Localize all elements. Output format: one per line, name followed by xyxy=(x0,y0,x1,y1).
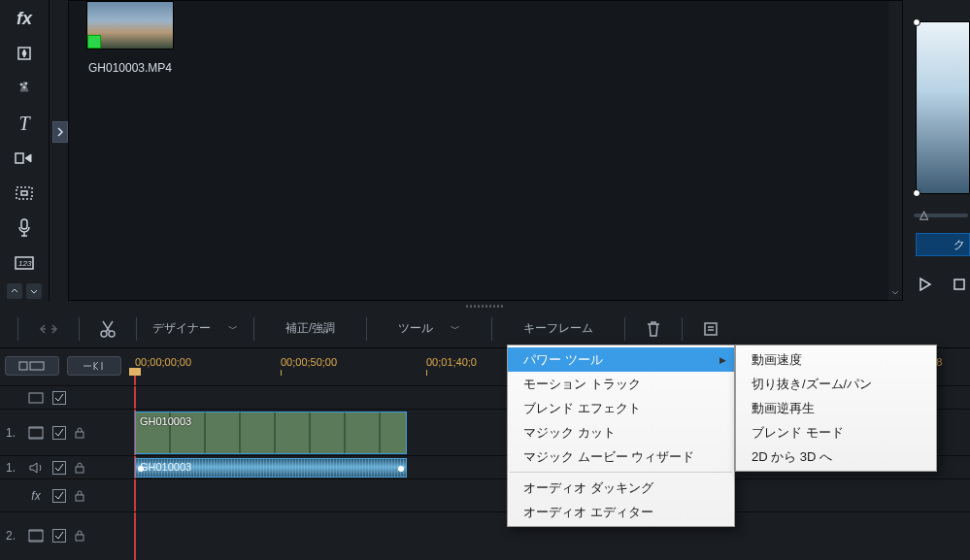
svg-rect-16 xyxy=(29,393,43,403)
trim-horizontal-icon[interactable] xyxy=(28,315,69,343)
track-number: 2. xyxy=(6,529,19,543)
clip-used-badge-icon xyxy=(87,35,101,49)
media-scrollbar[interactable] xyxy=(888,1,902,300)
chevron-down-icon: ﹀ xyxy=(451,322,460,336)
menu-item-motion-track[interactable]: モーション トラック xyxy=(508,372,734,396)
resize-handle-icon[interactable] xyxy=(913,189,920,197)
slider-knob-icon[interactable]: △ xyxy=(917,208,930,221)
svg-rect-20 xyxy=(76,495,84,501)
fx-track-head: fx xyxy=(0,478,131,511)
video-clip-label: GH010003 xyxy=(140,415,191,427)
particle-tool-icon[interactable] xyxy=(7,72,42,105)
menu-item-2d-to-3d[interactable]: 2D から 3D へ xyxy=(736,445,936,469)
track-options-head xyxy=(0,385,131,409)
video-track-icon[interactable] xyxy=(27,527,45,544)
media-library-panel: GH010003.MP4 xyxy=(68,0,903,301)
clip-handle-icon[interactable] xyxy=(138,466,144,472)
tools-dropdown[interactable]: ツール ﹀ xyxy=(377,320,482,337)
more-options-icon[interactable] xyxy=(692,315,729,343)
chapter-tool-icon[interactable]: 123 xyxy=(7,247,42,280)
svg-rect-19 xyxy=(76,467,84,473)
svg-point-3 xyxy=(23,86,25,88)
audio-track-icon[interactable] xyxy=(27,459,45,477)
svg-rect-17 xyxy=(29,428,43,438)
timeline-snap-button[interactable] xyxy=(67,356,121,376)
media-clip-thumbnail xyxy=(86,1,174,49)
fx-track-icon[interactable]: fx xyxy=(27,487,45,505)
track-lock-icon[interactable] xyxy=(74,426,87,440)
preview-controls: △ ク xyxy=(912,204,970,301)
stop-button-icon[interactable] xyxy=(949,274,970,295)
track-lock-icon[interactable] xyxy=(74,461,87,475)
power-tool-submenu: 動画速度 切り抜き/ズーム/パン 動画逆再生 ブレンド モード 2D から 3D… xyxy=(735,345,937,472)
play-button-icon[interactable] xyxy=(914,274,935,295)
menu-item-blend-mode[interactable]: ブレンド モード xyxy=(736,420,936,445)
track-enable-checkbox[interactable] xyxy=(52,461,66,475)
svg-rect-4 xyxy=(16,153,23,163)
audio-clip[interactable]: GH010003 xyxy=(135,458,407,478)
text-tool-icon[interactable]: T xyxy=(7,107,42,140)
svg-rect-5 xyxy=(17,187,32,199)
scroll-down-icon[interactable] xyxy=(890,288,900,298)
menu-item-reverse[interactable]: 動画逆再生 xyxy=(736,396,936,420)
track-enable-checkbox[interactable] xyxy=(52,426,66,440)
left-tool-strip: fx T 123 xyxy=(0,0,49,301)
track-enable-checkbox[interactable] xyxy=(52,529,66,543)
tool-nav-down-icon[interactable] xyxy=(26,283,42,299)
menu-item-blend-effect[interactable]: ブレンド エフェクト xyxy=(508,396,734,420)
video-track-icon[interactable] xyxy=(27,424,45,442)
fix-enhance-button[interactable]: 補正/強調 xyxy=(264,315,356,343)
audio-track-1-head: 1. xyxy=(0,455,131,478)
preview-mode-button[interactable]: ク xyxy=(916,233,970,256)
track-lock-icon[interactable] xyxy=(74,529,87,543)
tool-nav-up-icon[interactable] xyxy=(7,283,22,299)
menu-item-magic-cut[interactable]: マジック カット xyxy=(508,420,734,445)
ruler-mark-label: 00;00;50;00 xyxy=(281,356,337,368)
timeline-view-button[interactable] xyxy=(5,356,59,376)
menu-item-power-tool[interactable]: パワー ツール xyxy=(508,347,734,372)
track-display-icon[interactable] xyxy=(27,389,45,407)
menu-item-audio-editor[interactable]: オーディオ エディター xyxy=(508,500,734,524)
svg-point-1 xyxy=(20,83,22,85)
svg-rect-13 xyxy=(705,323,717,335)
frame-tool-icon[interactable] xyxy=(7,177,42,210)
menu-item-audio-ducking[interactable]: オーディオ ダッキング xyxy=(508,476,734,500)
svg-rect-7 xyxy=(21,219,27,229)
cut-scissors-icon[interactable] xyxy=(89,315,126,343)
clip-handle-icon[interactable] xyxy=(398,466,404,472)
track-enable-checkbox[interactable] xyxy=(52,391,66,405)
resize-handle-icon[interactable] xyxy=(913,18,920,26)
svg-point-2 xyxy=(25,82,27,84)
tools-label: ツール xyxy=(398,320,433,337)
track-enable-checkbox[interactable] xyxy=(52,489,66,503)
track-lock-icon[interactable] xyxy=(74,489,87,503)
delete-trash-icon[interactable] xyxy=(635,315,672,343)
media-clip-item[interactable]: GH010003.MP4 xyxy=(86,1,174,75)
audio-clip-label: GH010003 xyxy=(140,461,191,473)
transition-tool-icon[interactable] xyxy=(7,142,42,175)
svg-rect-15 xyxy=(30,362,44,370)
video-clip[interactable]: GH010003 xyxy=(135,412,407,454)
preview-panel: △ ク xyxy=(912,0,970,301)
preview-image[interactable] xyxy=(916,21,970,194)
fx-tool-icon[interactable]: fx xyxy=(7,2,42,35)
menu-item-crop-zoom-pan[interactable]: 切り抜き/ズーム/パン xyxy=(736,372,936,396)
keyframe-button[interactable]: キーフレーム xyxy=(502,315,615,343)
ruler-mark-label: 00;00;00;00 xyxy=(135,356,191,368)
designer-label: デザイナー xyxy=(152,320,211,337)
mic-tool-icon[interactable] xyxy=(7,212,42,245)
vertical-separator xyxy=(49,0,50,301)
video-track-2-head: 2. xyxy=(0,511,131,558)
track-number: 1. xyxy=(6,461,19,475)
ruler-mark-label: 00;01;40;0 xyxy=(426,356,477,368)
panel-expand-button[interactable] xyxy=(52,121,68,143)
tool-strip-nav xyxy=(7,283,42,299)
menu-item-video-speed[interactable]: 動画速度 xyxy=(736,347,936,372)
sparkle-tool-icon[interactable] xyxy=(7,37,42,70)
menu-separator xyxy=(510,472,732,473)
menu-item-magic-movie[interactable]: マジック ムービー ウィザード xyxy=(508,445,734,469)
svg-rect-21 xyxy=(29,531,43,541)
video-track-1-head: 1. xyxy=(0,409,131,455)
designer-dropdown[interactable]: デザイナー ﹀ xyxy=(147,320,244,337)
panel-resize-grip[interactable] xyxy=(0,302,970,310)
